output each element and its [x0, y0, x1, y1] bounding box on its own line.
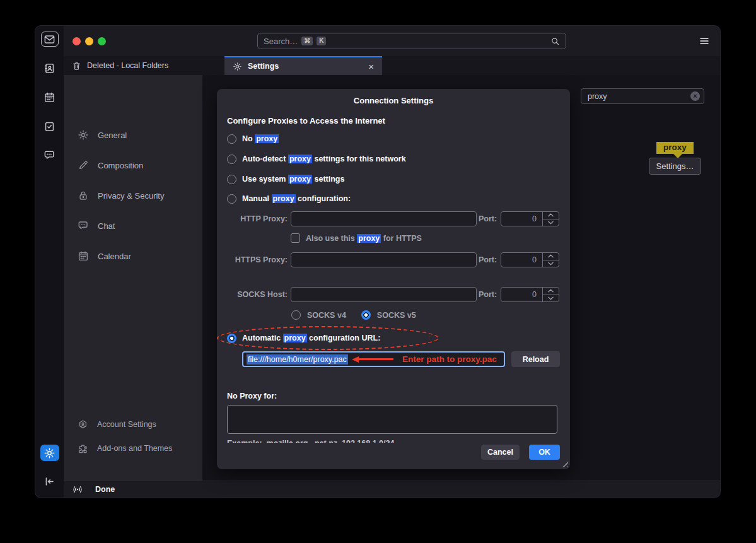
connection-settings-button[interactable]: Settings… — [649, 158, 701, 175]
http-port-input[interactable]: 0 — [501, 211, 559, 226]
status-bar: Done — [64, 481, 720, 498]
resize-grip[interactable] — [560, 459, 568, 467]
no-proxy-textarea[interactable] — [227, 405, 557, 434]
reload-button[interactable]: Reload — [511, 351, 560, 367]
radio-socks-v5[interactable] — [361, 310, 371, 320]
spinner-down-icon[interactable] — [543, 260, 559, 267]
sidebar-item-chat[interactable]: Chat — [64, 218, 202, 233]
http-proxy-input[interactable] — [291, 211, 477, 226]
radio-system-proxy[interactable] — [227, 175, 236, 184]
search-icon — [550, 37, 560, 46]
radio-row-auto-detect[interactable]: Auto-detect proxy settings for this netw… — [227, 153, 406, 165]
no-proxy-label: No Proxy for: — [227, 392, 277, 400]
https-proxy-row: HTTPS Proxy: Port: 0 — [217, 252, 570, 267]
spinner-up-icon[interactable] — [543, 212, 559, 219]
radio-manual-proxy[interactable] — [227, 194, 236, 204]
radio-no-proxy[interactable] — [227, 134, 236, 144]
radio-row-automatic-url[interactable]: Automatic proxy configuration URL: — [227, 332, 380, 344]
spinner-up-icon[interactable] — [543, 288, 559, 295]
close-window-button[interactable] — [73, 37, 81, 45]
kbd-k-badge: K — [317, 37, 326, 46]
account-icon — [78, 419, 88, 430]
settings-sidebar: General Composition Privacy & Security C… — [64, 75, 202, 481]
addressbook-space-button[interactable] — [41, 61, 59, 76]
address-book-icon — [44, 62, 55, 74]
spaces-toolbar — [35, 26, 64, 498]
gear-icon — [44, 447, 55, 459]
sidebar-item-addons-themes[interactable]: Add-ons and Themes — [64, 441, 202, 456]
search-match-callout: proxy — [656, 142, 694, 154]
find-highlight: proxy — [283, 334, 307, 342]
global-search-input[interactable]: Search… ⌘ K — [257, 33, 566, 49]
section-header: Configure Proxies to Access the Internet — [227, 116, 385, 126]
socks-host-input[interactable] — [291, 287, 477, 302]
clear-search-icon[interactable]: × — [690, 91, 700, 101]
chat-space-button[interactable] — [41, 148, 59, 163]
tab-bar: Deleted - Local Folders Settings × — [64, 56, 720, 75]
sidebar-item-account-settings[interactable]: Account Settings — [64, 417, 202, 432]
cancel-button[interactable]: Cancel — [481, 445, 520, 460]
radio-label: No proxy — [242, 134, 279, 143]
find-highlight: proxy — [288, 175, 312, 184]
ok-button[interactable]: OK — [529, 445, 560, 460]
spinner-down-icon[interactable] — [543, 295, 559, 302]
socks-v5-label: SOCKS v5 — [377, 311, 416, 320]
radio-socks-v4[interactable] — [291, 310, 301, 320]
https-proxy-input[interactable] — [291, 252, 477, 267]
port-value: 0 — [501, 288, 542, 301]
radio-auto-detect[interactable] — [227, 155, 236, 164]
selected-url-text: file:///home/h0mer/proxy.pac — [247, 354, 348, 365]
https-port-input[interactable]: 0 — [501, 252, 559, 267]
tab-label: Settings — [248, 62, 279, 71]
radio-label: Manual proxy configuration: — [242, 194, 351, 203]
radio-automatic-url[interactable] — [227, 334, 236, 343]
kbd-command-badge: ⌘ — [301, 37, 313, 46]
sidebar-item-privacy-security[interactable]: Privacy & Security — [64, 188, 202, 203]
find-highlight: proxy — [357, 234, 381, 243]
calendar-icon — [44, 91, 55, 103]
tab-settings[interactable]: Settings × — [224, 56, 382, 75]
https-reuse-checkbox-row[interactable]: Also use this proxy for HTTPS — [291, 233, 422, 243]
calendar-space-button[interactable] — [41, 90, 59, 105]
find-highlight: proxy — [288, 155, 312, 163]
dialog-title: Connection Settings — [217, 96, 570, 105]
port-label: Port: — [479, 252, 497, 267]
zoom-window-button[interactable] — [98, 37, 106, 45]
tab-deleted-local-folders[interactable]: Deleted - Local Folders — [64, 56, 224, 75]
port-spinner[interactable] — [542, 288, 559, 301]
sidebar-item-general[interactable]: General — [64, 127, 202, 143]
checkbox-also-use-proxy[interactable] — [291, 233, 300, 243]
example-text-clipped: Example: .mozilla.org, .net.nz, 192.168.… — [227, 439, 555, 443]
unified-toolbar: Search… ⌘ K — [64, 26, 720, 56]
tasks-icon — [44, 120, 55, 132]
settings-search-input[interactable]: proxy × — [581, 88, 704, 104]
proxy-url-input[interactable]: file:///home/h0mer/proxy.pac — [242, 351, 505, 367]
minimize-window-button[interactable] — [85, 37, 93, 45]
search-placeholder: Search… — [264, 37, 298, 46]
port-spinner[interactable] — [542, 212, 559, 226]
radio-label: Use system proxy settings — [242, 175, 344, 184]
app-menu-button[interactable] — [699, 35, 710, 47]
close-tab-icon[interactable]: × — [368, 61, 374, 72]
radio-row-system-proxy[interactable]: Use system proxy settings — [227, 173, 344, 185]
spinner-down-icon[interactable] — [543, 219, 559, 226]
port-spinner[interactable] — [542, 253, 559, 267]
mail-space-button[interactable] — [41, 32, 59, 47]
radio-label: Automatic proxy configuration URL: — [242, 334, 380, 342]
sidebar-item-label: Account Settings — [97, 420, 156, 429]
radio-row-manual-proxy[interactable]: Manual proxy configuration: — [227, 192, 351, 205]
radio-row-no-proxy[interactable]: No proxy — [227, 132, 279, 145]
settings-space-button[interactable] — [40, 445, 59, 461]
tasks-space-button[interactable] — [41, 119, 59, 134]
sidebar-item-calendar[interactable]: Calendar — [64, 248, 202, 264]
puzzle-icon — [78, 443, 88, 454]
find-highlight: proxy — [272, 194, 296, 203]
calendar-icon — [78, 250, 89, 262]
socks-port-input[interactable]: 0 — [501, 287, 559, 302]
sidebar-item-composition[interactable]: Composition — [64, 158, 202, 173]
lock-icon — [78, 190, 89, 201]
spinner-up-icon[interactable] — [543, 253, 559, 260]
socks-host-label: SOCKS Host: — [227, 287, 288, 302]
collapse-spaces-button[interactable] — [41, 474, 59, 489]
status-text: Done — [95, 485, 115, 494]
